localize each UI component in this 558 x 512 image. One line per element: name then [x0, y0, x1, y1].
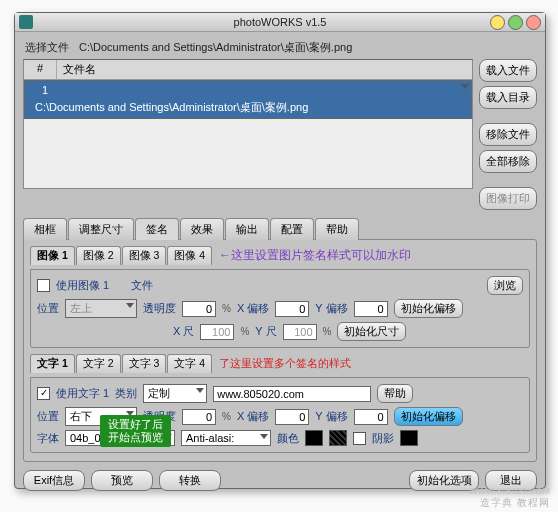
minimize-button[interactable] — [490, 15, 505, 30]
current-path: C:\Documents and Settings\Administrator\… — [79, 40, 352, 55]
init-offset-button[interactable]: 初始化偏移 — [394, 299, 463, 318]
remove-file-button[interactable]: 移除文件 — [479, 123, 537, 146]
txt-opacity-input[interactable]: 0 — [182, 409, 216, 425]
img-subpanel: 使用图像 1 文件 浏览 位置 左上 透明度 0 % X 偏移 0 Y 偏移 0 — [30, 269, 530, 348]
print-button[interactable]: 图像打印 — [479, 187, 537, 210]
file-list[interactable]: # 文件名 1 C:\Documents and Settings\Admini… — [23, 59, 473, 189]
img-hint: ←这里设置图片签名样式可以加水印 — [219, 247, 411, 264]
preview-button[interactable]: 预览 — [91, 470, 153, 491]
txt-yoff-input[interactable]: 0 — [354, 409, 388, 425]
tab-config[interactable]: 配置 — [270, 218, 314, 240]
browse-button[interactable]: 浏览 — [487, 276, 523, 295]
window-title: photoWORKS v1.5 — [234, 16, 327, 28]
load-file-button[interactable]: 载入文件 — [479, 59, 537, 82]
callout: 设置好了后 开始点预览 — [100, 415, 171, 447]
remove-all-button[interactable]: 全部移除 — [479, 150, 537, 173]
txt-tab-3[interactable]: 文字 3 — [122, 354, 167, 373]
img-xscale-input[interactable]: 100 — [200, 324, 234, 340]
txt-tab-4[interactable]: 文字 4 — [167, 354, 212, 373]
use-image-checkbox[interactable] — [37, 279, 50, 292]
exif-button[interactable]: Exif信息 — [23, 470, 85, 491]
txt-init-offset-button[interactable]: 初始化偏移 — [394, 407, 463, 426]
file-label: 文件 — [131, 278, 153, 293]
txt-xoff-input[interactable]: 0 — [275, 409, 309, 425]
color-swatch-2[interactable] — [329, 430, 347, 446]
titlebar: photoWORKS v1.5 — [15, 13, 545, 32]
col-index[interactable]: # — [24, 60, 57, 79]
close-button[interactable] — [526, 15, 541, 30]
color-swatch-1[interactable] — [305, 430, 323, 446]
img-yscale-input[interactable]: 100 — [283, 324, 317, 340]
tab-signature[interactable]: 签名 — [135, 218, 179, 240]
text-input[interactable]: www.805020.com — [213, 386, 371, 402]
img-tab-3[interactable]: 图像 3 — [122, 246, 167, 265]
text-help-button[interactable]: 帮助 — [377, 384, 413, 403]
select-file-label: 选择文件 — [25, 40, 69, 55]
kind-select[interactable]: 定制 — [143, 384, 207, 403]
watermark-url: WWW.805020.COM — [469, 486, 550, 496]
img-pos-label: 位置 — [37, 301, 59, 316]
img-yoff-input[interactable]: 0 — [354, 301, 388, 317]
load-dir-button[interactable]: 载入目录 — [479, 86, 537, 109]
shadow-checkbox[interactable] — [353, 432, 366, 445]
img-pos-select[interactable]: 左上 — [65, 299, 137, 318]
init-size-button[interactable]: 初始化尺寸 — [337, 322, 406, 341]
img-xoff-input[interactable]: 0 — [275, 301, 309, 317]
app-window: photoWORKS v1.5 选择文件 C:\Documents and Se… — [14, 12, 546, 489]
app-icon — [19, 15, 33, 29]
img-opacity-input[interactable]: 0 — [182, 301, 216, 317]
shadow-swatch[interactable] — [400, 430, 418, 446]
convert-button[interactable]: 转换 — [159, 470, 221, 491]
img-tab-2[interactable]: 图像 2 — [76, 246, 121, 265]
table-row[interactable]: 1 C:\Documents and Settings\Administrato… — [24, 80, 472, 119]
maximize-button[interactable] — [508, 15, 523, 30]
img-tab-1[interactable]: 图像 1 — [30, 246, 75, 265]
tab-output[interactable]: 输出 — [225, 218, 269, 240]
main-tabs: 相框 调整尺寸 签名 效果 输出 配置 帮助 — [23, 218, 537, 240]
col-filename[interactable]: 文件名 — [57, 60, 472, 79]
watermark-text: 造字典 教程网 — [480, 496, 550, 510]
img-opacity-label: 透明度 — [143, 301, 176, 316]
use-image-label: 使用图像 1 — [56, 278, 109, 293]
txt-tab-2[interactable]: 文字 2 — [76, 354, 121, 373]
aa-select[interactable]: Anti-alasi: — [181, 430, 271, 446]
tab-resize[interactable]: 调整尺寸 — [68, 218, 134, 240]
tab-help[interactable]: 帮助 — [315, 218, 359, 240]
tab-effect[interactable]: 效果 — [180, 218, 224, 240]
tab-frame[interactable]: 相框 — [23, 218, 67, 240]
img-tab-4[interactable]: 图像 4 — [167, 246, 212, 265]
txt-tab-1[interactable]: 文字 1 — [30, 354, 75, 373]
use-text-checkbox[interactable] — [37, 387, 50, 400]
use-text-label: 使用文字 1 — [56, 386, 109, 401]
txt-hint: 了这里设置多个签名的样式 — [219, 356, 351, 371]
